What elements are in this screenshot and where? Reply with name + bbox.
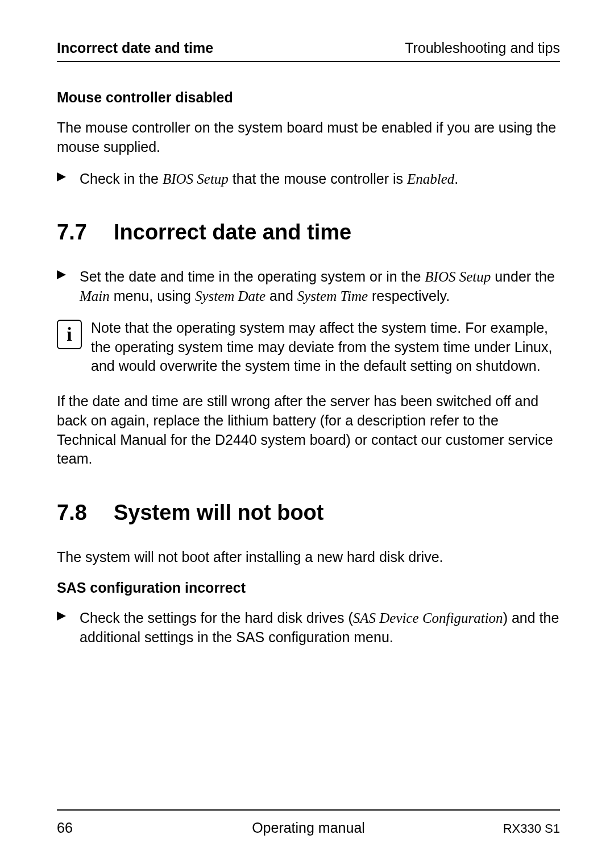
text-fragment: menu, using — [110, 288, 195, 304]
triangle-bullet-icon — [57, 170, 80, 181]
footer-center: Operating manual — [252, 820, 365, 836]
text-fragment: respectively. — [368, 288, 450, 304]
info-icon: i — [57, 320, 82, 349]
text-fragment: Check in the — [80, 171, 163, 187]
mouse-bullet-row: Check in the BIOS Setup that the mouse c… — [57, 170, 560, 189]
text-fragment: . — [454, 171, 458, 187]
footer-right: RX330 S1 — [503, 821, 560, 836]
section-7-7-bullet: Set the date and time in the operating s… — [57, 267, 560, 306]
section-title: System will not boot — [114, 501, 323, 525]
mouse-subhead: Mouse controller disabled — [57, 89, 560, 106]
text-fragment: Set the date and time in the operating s… — [80, 268, 425, 284]
svg-marker-1 — [57, 270, 66, 279]
footer-center-wrap: Operating manual — [57, 820, 560, 836]
info-note-box: i Note that the operating system may aff… — [57, 319, 560, 376]
page: Incorrect date and time Troubleshooting … — [0, 0, 614, 868]
text-italic: System Time — [297, 288, 368, 304]
footer-rule — [57, 809, 560, 811]
section-7-8-intro: The system will not boot after installin… — [57, 548, 560, 567]
sas-subhead: SAS configuration incorrect — [57, 580, 560, 596]
section-7-8-bullet: Check the settings for the hard disk dri… — [57, 609, 560, 647]
running-head: Incorrect date and time Troubleshooting … — [57, 40, 560, 56]
triangle-bullet-icon — [57, 267, 80, 279]
footer-row: 66 Operating manual RX330 S1 — [57, 820, 560, 836]
mouse-intro: The mouse controller on the system board… — [57, 118, 560, 157]
triangle-bullet-icon — [57, 609, 80, 621]
section-7-7-after-para: If the date and time are still wrong aft… — [57, 392, 560, 469]
section-title: Incorrect date and time — [114, 220, 351, 245]
text-italic: Main — [80, 288, 110, 304]
section-7-8-heading: 7.8 System will not boot — [57, 501, 560, 525]
text-fragment: Check the settings for the hard disk dri… — [80, 610, 353, 626]
info-icon-wrap: i — [57, 319, 91, 349]
section-7-8-bullet-text: Check the settings for the hard disk dri… — [80, 609, 560, 647]
page-footer: 66 Operating manual RX330 S1 — [57, 809, 560, 836]
header-rule — [57, 61, 560, 62]
footer-page-number: 66 — [57, 820, 73, 836]
text-italic: SAS Device Configuration — [353, 610, 503, 626]
section-number: 7.7 — [57, 220, 114, 245]
section-number: 7.8 — [57, 501, 114, 525]
section-7-7-bullet-text: Set the date and time in the operating s… — [80, 267, 560, 306]
text-italic: System Date — [195, 288, 265, 304]
text-italic: Enabled — [407, 171, 454, 187]
text-fragment: that the mouse controller is — [229, 171, 407, 187]
svg-marker-0 — [57, 172, 66, 181]
running-head-right: Troubleshooting and tips — [405, 40, 560, 56]
text-italic: BIOS Setup — [425, 269, 491, 284]
text-fragment: under the — [491, 268, 555, 284]
text-fragment: and — [265, 288, 297, 304]
info-note-text: Note that the operating system may affec… — [91, 319, 560, 376]
running-head-left: Incorrect date and time — [57, 40, 213, 56]
mouse-bullet-text: Check in the BIOS Setup that the mouse c… — [80, 170, 560, 189]
text-italic: BIOS Setup — [163, 171, 229, 187]
section-7-7-heading: 7.7 Incorrect date and time — [57, 220, 560, 245]
svg-marker-2 — [57, 611, 66, 621]
info-glyph: i — [67, 325, 72, 344]
